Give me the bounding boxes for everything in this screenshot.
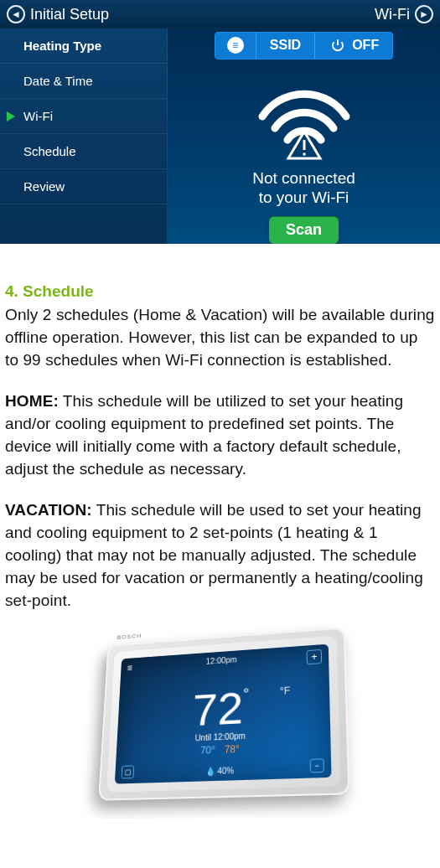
wifi-pill-ssid[interactable]: SSID bbox=[256, 33, 315, 59]
power-icon bbox=[329, 36, 347, 54]
sidebar-item-review[interactable]: Review bbox=[0, 169, 167, 204]
document-body: 4. Schedule Only 2 schedules (Home & Vac… bbox=[0, 244, 440, 798]
paragraph: HOME: This schedule will be utilized to … bbox=[5, 390, 435, 481]
brand-label: BOSCH bbox=[116, 632, 142, 640]
degree-symbol: ° bbox=[243, 685, 249, 702]
cool-setpoint: 70° bbox=[199, 744, 215, 756]
para-text: This schedule will be utilized to set yo… bbox=[5, 392, 403, 478]
topbar-title-right: Wi-Fi bbox=[375, 6, 410, 23]
thermostat-screen: ≡ 12:00pm + 72° °F Until 12:00pm 70° 78°… bbox=[114, 643, 331, 783]
topbar: ◄ Initial Setup Wi-Fi ► bbox=[0, 0, 440, 28]
thermostat-illustration: BOSCH ≡ 12:00pm + 72° °F Until 12:00pm 7… bbox=[5, 631, 435, 798]
sidebar-item-label: Date & Time bbox=[23, 74, 93, 88]
sidebar-item-heating-type[interactable]: Heating Type bbox=[0, 28, 167, 64]
pill-label: SSID bbox=[270, 38, 301, 53]
heat-setpoint: 78° bbox=[224, 743, 239, 756]
para-label: HOME: bbox=[5, 392, 59, 410]
scan-button[interactable]: Scan bbox=[269, 216, 339, 244]
humidity: 💧 40% bbox=[115, 762, 331, 779]
sidebar-item-label: Wi-Fi bbox=[23, 109, 53, 123]
forward-arrow-icon[interactable]: ► bbox=[415, 5, 433, 23]
network-icon: ≡ bbox=[227, 37, 244, 54]
paragraph: VACATION: This schedule will be used to … bbox=[5, 499, 435, 612]
back-arrow-icon[interactable]: ◄ bbox=[7, 5, 25, 23]
para-label: VACATION: bbox=[5, 501, 92, 519]
wifi-status-text: Not connected to your Wi-Fi bbox=[252, 168, 355, 209]
sidebar-item-date-time[interactable]: Date & Time bbox=[0, 64, 167, 99]
main-panel: ≡ SSID OFF bbox=[168, 28, 440, 244]
pill-label: OFF bbox=[352, 38, 379, 53]
status-line: to your Wi-Fi bbox=[252, 188, 355, 208]
svg-point-1 bbox=[303, 152, 306, 156]
sidebar-item-label: Review bbox=[23, 179, 65, 194]
topbar-title-left: Initial Setup bbox=[30, 6, 109, 23]
sidebar-item-label: Schedule bbox=[23, 144, 76, 158]
wifi-pill-icon[interactable]: ≡ bbox=[215, 33, 256, 59]
temp-value: 72 bbox=[191, 682, 242, 736]
temp-down-button[interactable]: − bbox=[309, 758, 324, 772]
paragraph: Only 2 schedules (Home & Vacation) will … bbox=[5, 304, 435, 372]
wifi-warning-icon bbox=[250, 80, 359, 163]
wifi-pillbar: ≡ SSID OFF bbox=[215, 32, 393, 59]
sidebar-item-schedule[interactable]: Schedule bbox=[0, 134, 167, 169]
humidity-value: 40% bbox=[217, 766, 234, 776]
wifi-pill-off[interactable]: OFF bbox=[315, 33, 392, 59]
temp-up-button[interactable]: + bbox=[306, 649, 321, 664]
setup-sidebar: Heating Type Date & Time Wi-Fi Schedule … bbox=[0, 28, 168, 244]
temp-unit: °F bbox=[279, 685, 289, 696]
status-line: Not connected bbox=[252, 168, 355, 189]
wifi-setup-screenshot: ◄ Initial Setup Wi-Fi ► Heating Type Dat… bbox=[0, 0, 440, 244]
sidebar-item-wifi[interactable]: Wi-Fi bbox=[0, 99, 167, 134]
sidebar-item-label: Heating Type bbox=[23, 39, 101, 53]
section-heading: 4. Schedule bbox=[5, 282, 435, 301]
